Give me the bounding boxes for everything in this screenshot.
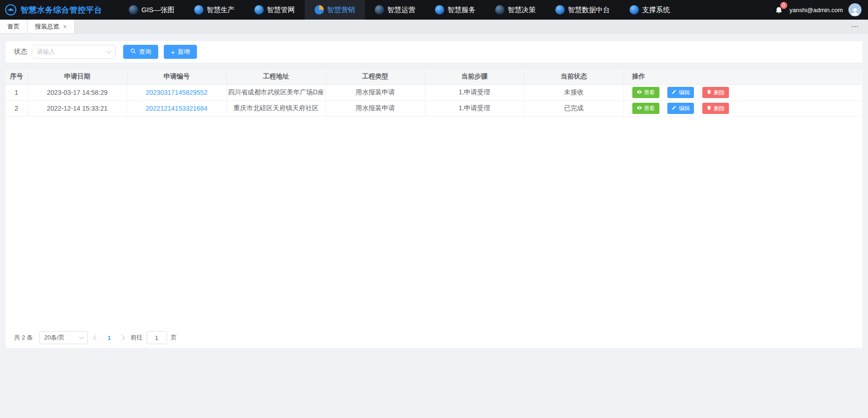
main-nav: GIS—张图 智慧生产 智慧管网 智慧营销 智慧运营 智慧服务 智慧决策 智慧 bbox=[119, 0, 680, 20]
delete-button[interactable]: 删除 bbox=[702, 87, 729, 98]
page-unit-label: 页 bbox=[171, 333, 177, 342]
decision-icon bbox=[495, 5, 504, 14]
page-size-value: 20条/页 bbox=[44, 333, 64, 342]
pie-chart-icon bbox=[315, 5, 324, 14]
prev-page-icon[interactable] bbox=[94, 335, 99, 340]
status-select-placeholder: 请输入 bbox=[37, 48, 55, 56]
cell-date: 2023-03-17 14:58:29 bbox=[28, 85, 127, 100]
filter-bar: 状态 请输入 查询 + 新增 bbox=[6, 41, 862, 63]
cell-actions: 查看 编辑 删除 bbox=[623, 100, 862, 116]
user-email[interactable]: yanshi@admin.com bbox=[790, 7, 843, 14]
delete-button[interactable]: 删除 bbox=[702, 103, 729, 114]
edit-icon bbox=[672, 89, 677, 96]
tab-application-overview[interactable]: 报装总览 × bbox=[28, 20, 75, 33]
col-header-status: 当前状态 bbox=[524, 69, 623, 85]
nav-item-data-center[interactable]: 智慧数据中台 bbox=[546, 0, 620, 20]
tab-label: 报装总览 bbox=[35, 22, 59, 31]
page-number-current[interactable]: 1 bbox=[106, 334, 112, 341]
tab-bar: 首页 报装总览 × ⋯ bbox=[0, 20, 868, 34]
plus-icon: + bbox=[171, 49, 175, 56]
goto-label: 前往 bbox=[131, 333, 143, 342]
user-area: 0 yanshi@admin.com bbox=[774, 0, 861, 20]
operation-icon bbox=[375, 5, 384, 14]
nav-item-label: 智慧服务 bbox=[448, 6, 476, 14]
eye-icon bbox=[637, 105, 642, 112]
view-button-label: 查看 bbox=[644, 105, 655, 113]
top-nav: 智慧水务综合管控平台 GIS—张图 智慧生产 智慧管网 智慧营销 智慧运营 智慧… bbox=[0, 0, 868, 20]
cell-actions: 查看 编辑 删除 bbox=[623, 85, 862, 100]
eye-icon bbox=[637, 89, 642, 96]
table-row: 1 2023-03-17 14:58:29 20230317145829552 … bbox=[6, 85, 862, 100]
app-title: 智慧水务综合管控平台 bbox=[21, 5, 102, 15]
nav-item-marketing[interactable]: 智慧营销 bbox=[305, 0, 365, 20]
cell-step: 1.申请受理 bbox=[425, 85, 524, 100]
nav-item-pipe-network[interactable]: 智慧管网 bbox=[245, 0, 305, 20]
status-filter-label: 状态 bbox=[14, 48, 27, 56]
cell-address: 四川省成都市武侯区美年广场D座 bbox=[226, 85, 326, 100]
edit-button[interactable]: 编辑 bbox=[667, 87, 694, 98]
user-avatar[interactable] bbox=[848, 3, 861, 16]
nav-item-service[interactable]: 智慧服务 bbox=[425, 0, 485, 20]
cell-address: 重庆市北碚区天府镇天府社区 bbox=[226, 100, 326, 116]
next-page-icon[interactable] bbox=[119, 335, 125, 340]
nav-item-operation[interactable]: 智慧运营 bbox=[365, 0, 425, 20]
trash-icon bbox=[707, 89, 712, 96]
pagination-bar: 共 2 条 20条/页 1 前往 页 bbox=[6, 327, 862, 348]
delete-button-label: 删除 bbox=[714, 105, 725, 113]
close-icon[interactable]: × bbox=[63, 23, 67, 30]
edit-icon bbox=[672, 105, 677, 112]
nav-item-support[interactable]: 支撑系统 bbox=[620, 0, 680, 20]
edit-button-label: 编辑 bbox=[679, 105, 690, 113]
nav-item-label: 智慧决策 bbox=[508, 6, 536, 14]
support-icon bbox=[630, 5, 639, 14]
add-button[interactable]: + 新增 bbox=[164, 45, 197, 59]
pipe-network-icon bbox=[254, 5, 264, 14]
cell-step: 1.申请受理 bbox=[425, 100, 524, 116]
nav-item-production[interactable]: 智慧生产 bbox=[184, 0, 245, 20]
nav-item-decision[interactable]: 智慧决策 bbox=[485, 0, 546, 20]
nav-item-label: 智慧运营 bbox=[387, 6, 415, 14]
table-row: 2 2022-12-14 15:33:21 20221214153321684 … bbox=[6, 100, 862, 116]
trash-icon bbox=[707, 105, 712, 112]
tab-home[interactable]: 首页 bbox=[0, 20, 28, 33]
add-button-label: 新增 bbox=[178, 48, 190, 56]
edit-button[interactable]: 编辑 bbox=[667, 103, 694, 114]
search-icon bbox=[130, 48, 136, 56]
delete-button-label: 删除 bbox=[714, 89, 725, 97]
tab-more-icon[interactable]: ⋯ bbox=[843, 20, 868, 33]
status-select[interactable]: 请输入 bbox=[32, 45, 116, 59]
nav-item-label: 支撑系统 bbox=[642, 6, 670, 14]
col-header-date: 申请日期 bbox=[28, 69, 127, 85]
application-number-link[interactable]: 20221214153321684 bbox=[146, 105, 207, 112]
cell-date: 2022-12-14 15:33:21 bbox=[28, 100, 127, 116]
notification-badge: 0 bbox=[780, 2, 787, 9]
tab-label: 首页 bbox=[7, 22, 20, 31]
cell-status: 已完成 bbox=[524, 100, 623, 116]
cell-number: 20230317145829552 bbox=[127, 85, 226, 100]
col-header-number: 申请编号 bbox=[127, 69, 226, 85]
pager: 1 bbox=[94, 334, 124, 341]
goto-page-input[interactable] bbox=[147, 331, 167, 344]
nav-item-gis[interactable]: GIS—张图 bbox=[119, 0, 184, 20]
view-button-label: 查看 bbox=[644, 89, 655, 97]
service-icon bbox=[435, 5, 444, 14]
cell-type: 用水报装申请 bbox=[326, 85, 425, 100]
view-button[interactable]: 查看 bbox=[632, 87, 659, 98]
page-size-select[interactable]: 20条/页 bbox=[39, 331, 88, 344]
cell-type: 用水报装申请 bbox=[326, 100, 425, 116]
globe-icon bbox=[129, 5, 138, 14]
query-button[interactable]: 查询 bbox=[123, 45, 158, 59]
cell-status: 未接收 bbox=[524, 85, 623, 100]
total-count: 共 2 条 bbox=[14, 333, 33, 342]
water-drop-icon bbox=[194, 5, 203, 14]
application-number-link[interactable]: 20230317145829552 bbox=[146, 89, 207, 96]
cell-number: 20221214153321684 bbox=[127, 100, 226, 116]
data-center-icon bbox=[555, 5, 565, 14]
col-header-type: 工程类型 bbox=[326, 69, 425, 85]
nav-item-label: 智慧管网 bbox=[267, 6, 295, 14]
notification-bell-icon[interactable]: 0 bbox=[774, 5, 784, 15]
chevron-down-icon bbox=[107, 49, 112, 54]
edit-button-label: 编辑 bbox=[679, 89, 690, 97]
cell-index: 2 bbox=[6, 100, 28, 116]
view-button[interactable]: 查看 bbox=[632, 103, 659, 114]
